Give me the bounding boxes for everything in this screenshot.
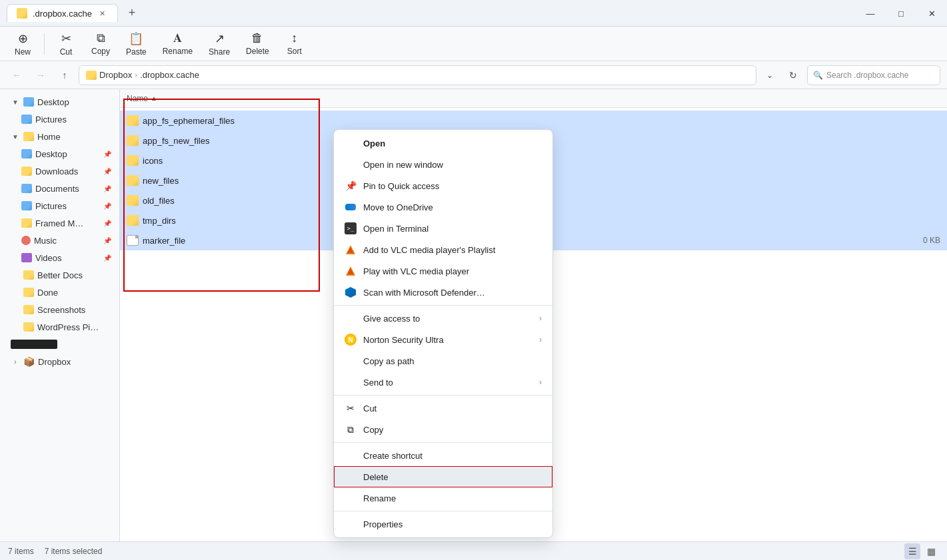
delete-toolbar-icon: 🗑 — [251, 31, 263, 45]
details-view-button[interactable]: ☰ — [904, 543, 920, 559]
ctx-terminal-icon: >_ — [345, 222, 357, 234]
up-button[interactable]: ↑ — [55, 65, 75, 85]
close-button[interactable]: ✕ — [916, 0, 947, 27]
rename-label: Rename — [163, 47, 193, 56]
sidebar-item-videos[interactable]: Videos 📌 — [3, 249, 117, 266]
ctx-send-to[interactable]: Send to › — [334, 372, 552, 393]
ctx-pin-quick-access[interactable]: 📌 Pin to Quick access — [334, 175, 552, 196]
content-area: Name ▲ app_fs_ephemeral_files app_fs_new… — [120, 89, 947, 541]
ctx-give-access-label: Give access to — [363, 314, 532, 324]
rename-icon: 𝐀 — [173, 31, 182, 45]
new-tab-button[interactable]: + — [123, 5, 141, 22]
dropbox-icon: 📦 — [23, 356, 35, 367]
sidebar-item-pictures[interactable]: Pictures — [3, 111, 117, 128]
search-box[interactable]: 🔍 Search .dropbox.cache — [807, 65, 940, 85]
dropbox-expand-icon: › — [11, 357, 20, 366]
ctx-norton[interactable]: N Norton Security Ultra › — [334, 329, 552, 350]
sort-button[interactable]: ↕ Sort — [279, 29, 311, 59]
main-layout: ▼ Desktop Pictures ▼ Home Desktop 📌 Down… — [0, 89, 947, 541]
large-icons-view-button[interactable]: ▦ — [923, 543, 939, 559]
ctx-onedrive-label: Move to OneDrive — [363, 202, 542, 212]
tab-folder-icon — [17, 8, 27, 19]
ctx-play-vlc[interactable]: Play with VLC media player — [334, 260, 552, 282]
ctx-give-access-arrow: › — [539, 314, 542, 323]
view-options: ☰ ▦ — [904, 543, 939, 559]
paste-button[interactable]: 📋 Paste — [119, 29, 153, 59]
ctx-copy-path[interactable]: Copy as path — [334, 350, 552, 372]
cut-button[interactable]: ✂ Cut — [50, 29, 82, 59]
active-tab[interactable]: .dropbox.cache ✕ — [7, 4, 118, 22]
sidebar-label-desktop2: Desktop — [35, 149, 100, 159]
ctx-rename[interactable]: Rename — [334, 487, 552, 509]
ctx-scan-defender[interactable]: Scan with Microsoft Defender… — [334, 282, 552, 303]
ctx-send-to-arrow: › — [539, 378, 542, 387]
sidebar-item-downloads[interactable]: Downloads 📌 — [3, 162, 117, 180]
ctx-properties[interactable]: Properties — [334, 513, 552, 535]
sidebar-item-framed-m[interactable]: Framed M… 📌 — [3, 214, 117, 232]
sidebar-label-done: Done — [37, 288, 111, 298]
sidebar-item-black-bar[interactable] — [3, 336, 117, 353]
ctx-move-onedrive[interactable]: Move to OneDrive — [334, 196, 552, 218]
status-item-count: 7 items — [8, 547, 34, 556]
sidebar-item-home[interactable]: ▼ Home — [3, 128, 117, 145]
sidebar-item-desktop2[interactable]: Desktop 📌 — [3, 145, 117, 162]
minimize-button[interactable]: — — [855, 0, 886, 27]
framed-pin: 📌 — [103, 220, 111, 227]
address-dropdown-button[interactable]: ⌄ — [760, 66, 779, 85]
sidebar-item-better-docs[interactable]: › Better Docs — [3, 266, 117, 284]
ctx-create-shortcut[interactable]: Create shortcut — [334, 445, 552, 466]
sidebar-item-wordpress-pi[interactable]: › WordPress Pi… — [3, 318, 117, 336]
folder-icon-f1 — [127, 115, 139, 126]
sidebar-item-desktop[interactable]: ▼ Desktop — [3, 93, 117, 111]
delete-button[interactable]: 🗑 Delete — [239, 29, 276, 59]
ctx-delete[interactable]: Delete — [334, 466, 552, 487]
sidebar-label-home: Home — [37, 132, 111, 142]
sidebar-label-music: Music — [34, 236, 100, 246]
sidebar-item-documents[interactable]: Documents 📌 — [3, 180, 117, 197]
ctx-shortcut-icon — [345, 449, 357, 461]
ctx-defender-icon — [345, 286, 357, 298]
sidebar-label-downloads: Downloads — [35, 166, 100, 176]
ctx-open[interactable]: Open — [334, 133, 552, 154]
ctx-cut[interactable]: ✂ Cut — [334, 398, 552, 419]
sidebar-item-pictures2[interactable]: Pictures 📌 — [3, 197, 117, 214]
ctx-terminal-label: Open in Terminal — [363, 224, 542, 234]
rename-button[interactable]: 𝐀 Rename — [156, 29, 199, 59]
home-expand-icon: ▼ — [11, 132, 20, 141]
back-button[interactable]: ← — [7, 65, 27, 85]
file-row-app-fs-ephemeral[interactable]: app_fs_ephemeral_files — [120, 111, 947, 131]
share-button[interactable]: ↗ Share — [202, 29, 237, 59]
ctx-delete-label: Delete — [363, 472, 542, 482]
new-button[interactable]: ⊕ New — [7, 29, 39, 59]
sort-direction-icon: ▲ — [151, 95, 157, 102]
column-header[interactable]: Name ▲ — [120, 89, 947, 108]
ctx-copy[interactable]: ⧉ Copy — [334, 419, 552, 440]
folder-icon-f4 — [127, 175, 139, 186]
sidebar-item-dropbox[interactable]: › 📦 Dropbox — [3, 353, 117, 370]
sidebar-item-music[interactable]: Music 📌 — [3, 232, 117, 249]
ctx-play-vlc-icon — [345, 265, 357, 277]
copy-label: Copy — [91, 47, 110, 56]
ctx-open-terminal[interactable]: >_ Open in Terminal — [334, 218, 552, 239]
sort-icon: ↕ — [291, 31, 297, 45]
ctx-give-access[interactable]: Give access to › — [334, 308, 552, 329]
ctx-vlc-playlist[interactable]: Add to VLC media player's Playlist — [334, 239, 552, 260]
sidebar-item-screenshots[interactable]: › Screenshots — [3, 301, 117, 318]
sidebar-item-done[interactable]: › Done — [3, 284, 117, 301]
copy-button[interactable]: ⧉ Copy — [85, 29, 117, 59]
maximize-button[interactable]: □ — [886, 0, 916, 27]
ctx-sep2 — [334, 395, 552, 396]
refresh-button[interactable]: ↻ — [783, 65, 803, 85]
ctx-pin-label: Pin to Quick access — [363, 181, 542, 191]
sidebar: ▼ Desktop Pictures ▼ Home Desktop 📌 Down… — [0, 89, 120, 541]
tab-close-button[interactable]: ✕ — [97, 8, 108, 19]
forward-button[interactable]: → — [31, 65, 51, 85]
paste-label: Paste — [126, 47, 147, 57]
downloads-icon — [21, 166, 32, 176]
ctx-rename-label: Rename — [363, 493, 542, 503]
pictures2-icon — [21, 201, 32, 210]
ctx-vlc-playlist-label: Add to VLC media player's Playlist — [363, 245, 542, 255]
screenshots-icon — [23, 305, 34, 314]
ctx-open-new-window[interactable]: Open in new window — [334, 154, 552, 175]
address-bar[interactable]: Dropbox › .dropbox.cache — [79, 65, 756, 85]
